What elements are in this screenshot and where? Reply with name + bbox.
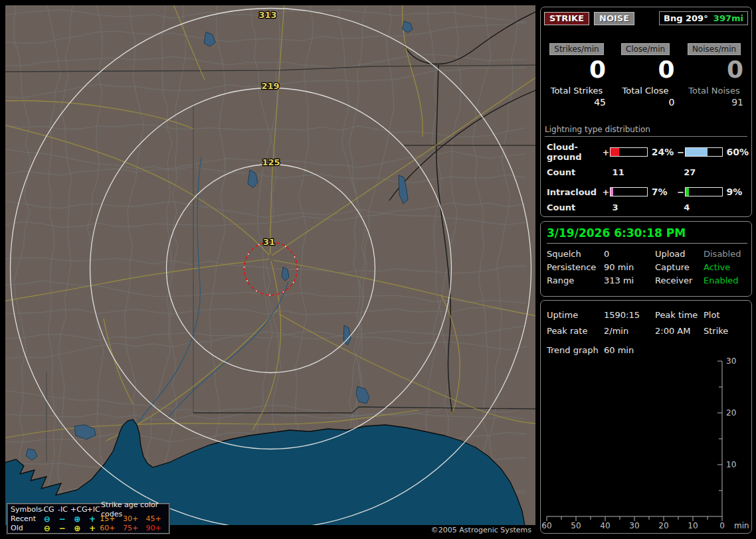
ic-plus-sign: +: [601, 187, 610, 197]
svg-text:20: 20: [726, 408, 736, 418]
total-strikes-label: Total Strikes: [545, 86, 609, 96]
range-row: Range 313 mi Receiver Enabled: [541, 274, 751, 287]
svg-text:min: min: [734, 521, 749, 530]
total-noises-label: Total Noises: [682, 86, 746, 96]
svg-text:10: 10: [688, 521, 698, 530]
ring-label-31: 31: [263, 237, 275, 247]
ring-label-219: 219: [261, 81, 279, 91]
cg-minus-count: 27: [680, 167, 751, 177]
mode-button-row: STRIKE NOISE Bng 209° 397mi: [544, 11, 748, 25]
datetime-display: 3/19/2026 6:30:18 PM: [547, 226, 747, 244]
pos-ic-old-icon: +: [85, 524, 100, 533]
upload-label: Upload: [655, 248, 704, 261]
strikes-per-min-value: 0: [545, 56, 609, 83]
svg-text:50: 50: [571, 521, 581, 530]
svg-text:40: 40: [600, 521, 610, 530]
legend-symbols-header: Symbols: [11, 505, 40, 514]
svg-text:20: 20: [658, 521, 668, 530]
ring-label-125: 125: [262, 157, 280, 167]
status-panel: 3/19/2026 6:30:18 PM Squelch 0 Upload Di…: [540, 221, 752, 297]
strikes-per-min-button[interactable]: Strikes/min: [549, 43, 603, 55]
strikes-column: Strikes/min 0 Total Strikes 45: [545, 42, 609, 108]
legend-col-nic: -IC: [55, 505, 70, 514]
range-label: Range: [547, 274, 604, 287]
legend-recent-label: Recent: [11, 514, 39, 524]
ic-count-label: Count: [547, 202, 609, 212]
squelch-label: Squelch: [547, 248, 604, 261]
trend-panel: Uptime 1590:15 Peak time Plot Peak rate …: [540, 300, 752, 534]
cg-plus-bar: [610, 147, 647, 157]
legend-old-row: Old ⊖ − ⊕ + 60+ 75+ 90+: [11, 524, 169, 533]
ic-plus-bar: [610, 187, 647, 196]
pos-cg-old-icon: ⊕: [70, 524, 85, 533]
age-15: 15+: [100, 514, 123, 524]
symbol-legend: Symbols -CG -IC +CG +IC Strike age color…: [7, 503, 170, 534]
close-per-min-button[interactable]: Close/min: [621, 43, 670, 55]
neg-cg-old-icon: ⊖: [39, 524, 54, 533]
legend-col-pic: +IC: [86, 505, 101, 514]
intracloud-label: Intracloud: [547, 187, 601, 197]
persistence-row: Persistence 90 min Capture Active: [541, 261, 751, 274]
cg-plus-sign: +: [601, 147, 610, 157]
svg-text:60: 60: [541, 521, 551, 530]
ic-plus-count: 3: [609, 202, 680, 212]
squelch-value: 0: [604, 248, 655, 261]
trend-graph: 1020306050403020100min: [541, 301, 751, 533]
ic-plus-pct: 7%: [648, 187, 676, 197]
ic-minus-pct: 9%: [723, 187, 751, 197]
total-strikes-value: 45: [545, 97, 609, 108]
intracloud-row: Intracloud + 7% − 9%: [547, 187, 751, 197]
noises-per-min-value: 0: [682, 56, 746, 83]
cg-plus-pct: 24%: [648, 147, 676, 157]
cg-plus-count: 11: [609, 167, 680, 177]
ic-minus-count: 4: [680, 202, 751, 212]
rate-columns: Strikes/min 0 Total Strikes 45 Close/min…: [545, 42, 746, 108]
age-45: 45+: [145, 514, 169, 524]
legend-old-label: Old: [11, 524, 39, 533]
noise-mode-button[interactable]: NOISE: [594, 12, 634, 25]
strike-map[interactable]: 313 219 125 31 ©2005 Astrogenic Systems …: [5, 5, 535, 534]
total-close-value: 0: [614, 97, 678, 108]
cloud-ground-count-row: Count 11 27: [547, 167, 751, 177]
receiver-label: Receiver: [655, 274, 704, 287]
cg-count-label: Count: [547, 167, 609, 177]
age-75: 75+: [123, 524, 146, 533]
cloud-ground-label: Cloud-ground: [547, 142, 601, 162]
neg-ic-old-icon: −: [54, 524, 70, 533]
neg-cg-recent-icon: ⊖: [39, 514, 54, 524]
map-svg[interactable]: 313 219 125 31: [5, 5, 535, 525]
ic-minus-bar: [685, 187, 722, 196]
persistence-value: 90 min: [604, 261, 655, 274]
distribution-header: Lightning type distribution: [545, 125, 747, 137]
strike-mode-button[interactable]: STRIKE: [544, 12, 589, 25]
legend-col-ncg: -CG: [40, 505, 55, 514]
age-30: 30+: [123, 514, 146, 524]
svg-text:30: 30: [629, 521, 639, 530]
svg-text:0: 0: [719, 521, 725, 530]
cg-minus-sign: −: [676, 147, 685, 157]
legend-header-row: Symbols -CG -IC +CG +IC Strike age color…: [11, 505, 169, 514]
persistence-label: Persistence: [547, 261, 604, 274]
svg-text:10: 10: [726, 460, 736, 469]
age-60: 60+: [100, 524, 123, 533]
pos-cg-recent-icon: ⊕: [70, 514, 85, 524]
bearing-value: Bng 209°: [664, 13, 708, 23]
cg-minus-pct: 60%: [723, 147, 751, 157]
range-value: 313 mi: [604, 274, 655, 287]
upload-status: Disabled: [704, 248, 751, 261]
legend-col-pcg: +CG: [70, 505, 86, 514]
total-noises-value: 91: [682, 97, 746, 108]
ring-label-313: 313: [258, 10, 276, 20]
nexstorm-app: { "map": { "ring_labels": { "r313": "313…: [0, 0, 756, 539]
cg-minus-bar: [685, 147, 722, 157]
squelch-row: Squelch 0 Upload Disabled: [541, 248, 751, 261]
status-rows: Squelch 0 Upload Disabled Persistence 90…: [541, 248, 751, 287]
stats-panel: STRIKE NOISE Bng 209° 397mi Strikes/min …: [540, 7, 752, 217]
receiver-status: Enabled: [704, 274, 751, 287]
noises-column: Noises/min 0 Total Noises 91: [682, 42, 746, 108]
svg-text:30: 30: [726, 356, 736, 366]
pos-ic-recent-icon: +: [85, 514, 100, 524]
capture-label: Capture: [655, 261, 704, 274]
noises-per-min-button[interactable]: Noises/min: [688, 43, 741, 55]
neg-ic-recent-icon: −: [54, 514, 70, 524]
